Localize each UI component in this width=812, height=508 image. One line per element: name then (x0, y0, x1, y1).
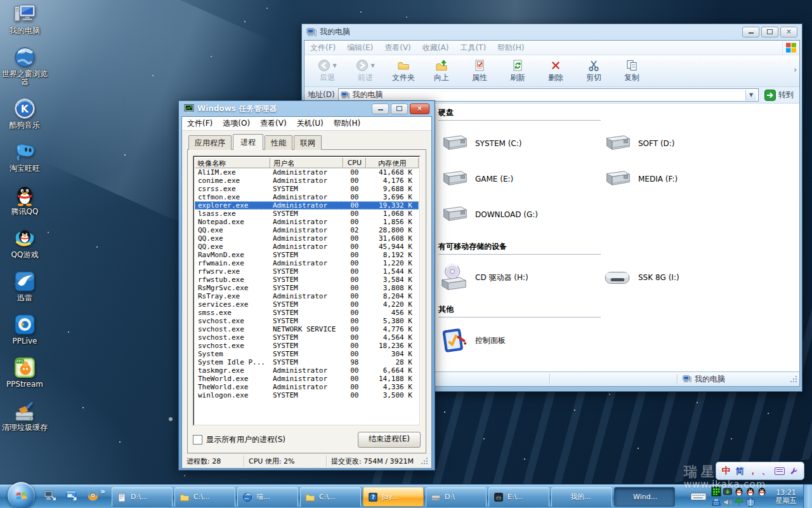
tray-firewall-icon[interactable] (745, 497, 756, 507)
process-row[interactable]: RsTray.exeAdministrator008,204 K (195, 292, 419, 300)
ime-tools-wrench-icon[interactable] (790, 467, 798, 475)
process-row[interactable]: winlogon.exeSYSTEM003,500 K (195, 391, 419, 399)
process-row[interactable]: taskmgr.exeAdministrator006,664 K (195, 366, 419, 375)
desktop-icon-tencent-qq[interactable]: 腾讯QQ (1, 184, 49, 216)
explorer-menu-3[interactable]: 收藏(A) (417, 43, 455, 53)
chevron-down-icon[interactable]: ▼ (370, 63, 374, 69)
process-row[interactable]: Notepad.exeAdministrator001,856 K (195, 218, 419, 226)
desktop-icon-ppstream[interactable]: PPSPPStream (1, 356, 49, 389)
process-row[interactable]: services.exeSYSTEM004,220 K (195, 300, 419, 309)
drive-item[interactable]: SSK 8G (I:) (601, 262, 764, 293)
toolbar-properties-button[interactable]: 属性 (461, 57, 499, 86)
resize-grip[interactable] (789, 376, 798, 385)
tray-qq-small-icon[interactable] (757, 486, 767, 497)
process-row[interactable]: rfwstub.exeSYSTEM003,584 K (195, 276, 419, 284)
process-row[interactable]: QQ.exeAdministrator0228,800 K (195, 226, 419, 234)
taskbar-button-1[interactable]: C:\... (174, 487, 235, 507)
desktop-icon-my-computer[interactable]: 我的电脑 (1, 3, 49, 35)
start-button[interactable] (8, 482, 35, 508)
process-row[interactable]: RsMgrSvc.exeSYSTEM003,808 K (195, 284, 419, 292)
process-row[interactable]: rfwmain.exeAdministrator001,220 K (195, 259, 419, 267)
ime-simplified-mode[interactable]: 简 (735, 465, 743, 477)
taskbar-button-6[interactable]: E:\... (488, 487, 549, 507)
ime-chinese-mode[interactable]: 中 (722, 465, 731, 477)
taskbar-button-0[interactable]: D:\... (112, 487, 173, 507)
explorer-menu-2[interactable]: 查看(V) (379, 43, 417, 53)
drive-item[interactable]: SOFT (D:) (601, 128, 764, 159)
show-desktop-strip[interactable] (803, 485, 812, 508)
toolbar-up-button[interactable]: 向上 (422, 57, 461, 86)
quick-launch-window-switcher-icon[interactable] (65, 489, 78, 502)
column-header-0[interactable]: 映像名称 (195, 157, 270, 168)
process-row[interactable]: lsass.exeSYSTEM001,068 K (195, 210, 419, 218)
drive-item[interactable]: DOWNLOAD (G:) (438, 199, 601, 230)
taskbar-button-4[interactable]: ?Jay... (363, 487, 424, 507)
drive-item[interactable]: GAME (E:) (438, 164, 601, 194)
drive-item[interactable]: MEDIA (F:) (601, 164, 764, 194)
resize-grip[interactable] (420, 458, 429, 467)
process-row[interactable]: svchost.exeSYSTEM004,564 K (195, 333, 419, 342)
tray-cpu-meter-icon[interactable] (711, 486, 721, 497)
process-row[interactable]: AliIM.exeAdministrator0041,668 K (195, 168, 419, 177)
process-row[interactable]: SystemSYSTEM00304 K (195, 350, 419, 358)
address-input[interactable]: 我的电脑 ▼ (338, 88, 759, 102)
desktop-icon-taobao-wangwang[interactable]: 淘宝旺旺 (1, 140, 49, 173)
taskmgr-menu-2[interactable]: 查看(V) (255, 118, 292, 129)
tab-性能[interactable]: 性能 (265, 135, 292, 150)
toolbar-refresh-button[interactable]: 刷新 (499, 57, 537, 86)
process-row[interactable]: ctfmon.exeAdministrator003,696 K (195, 193, 419, 201)
tray-downloader-icon[interactable] (723, 486, 733, 497)
tray-qq-small-icon[interactable] (745, 486, 756, 497)
tray-volume-icon[interactable] (723, 497, 733, 507)
drive-item[interactable]: SYSTEM (C:) (438, 128, 601, 159)
toolbar-copy-button[interactable]: 复制 (613, 57, 651, 86)
process-row[interactable]: QQ.exeAdministrator0045,944 K (195, 243, 419, 251)
maximize-button[interactable] (391, 104, 408, 114)
desktop-icon-theworld-browser[interactable]: 世界之窗浏览器 (1, 46, 49, 86)
process-row[interactable]: rfwsrv.exeSYSTEM001,544 K (195, 267, 419, 276)
tab-联网[interactable]: 联网 (294, 135, 322, 150)
maximize-button[interactable] (761, 27, 778, 37)
process-row[interactable]: TheWorld.exeAdministrator0014,188 K (195, 375, 419, 383)
taskmgr-menu-3[interactable]: 关机(U) (292, 118, 329, 129)
tray-ime-pad-icon[interactable] (711, 497, 721, 507)
taskbar-button-7[interactable]: 我的... (551, 487, 612, 507)
quick-launch-media-player-icon[interactable] (86, 489, 100, 502)
taskmgr-menu-4[interactable]: 帮助(H) (329, 118, 365, 129)
taskbar-button-2[interactable]: 瑞... (237, 487, 298, 507)
process-row[interactable]: svchost.exeSYSTEM0018,236 K (195, 342, 419, 350)
desktop-icon-pplive[interactable]: PPLive (1, 313, 49, 345)
minimize-button[interactable] (372, 104, 389, 114)
minimize-button[interactable] (742, 27, 759, 37)
process-row[interactable]: svchost.exeNETWORK SERVICE004,776 K (195, 325, 419, 333)
process-row[interactable]: QQ.exeAdministrator0031,608 K (195, 234, 419, 243)
toolbar-folders-button[interactable]: 文件夹 (384, 57, 422, 86)
desktop-icon-clean-cache[interactable]: 清理垃圾缓存 (1, 399, 49, 432)
chevron-down-icon[interactable]: ▼ (332, 63, 336, 69)
toolbar-back-button[interactable]: ▼后退 (308, 57, 346, 86)
desktop-icon-xunlei[interactable]: 迅雷 (1, 270, 49, 302)
taskbar-button-8[interactable]: Wind... (614, 487, 675, 507)
ime-punctuation-alt[interactable]: 、 (762, 465, 770, 477)
column-header-3[interactable]: 内存使用 (366, 157, 419, 168)
process-row[interactable]: System Idle P...SYSTEM9828 K (195, 358, 419, 366)
explorer-menu-1[interactable]: 编辑(E) (341, 43, 379, 53)
column-header-1[interactable]: 用户名 (270, 157, 343, 168)
taskbar-clock[interactable]: 13:21 星期五 (771, 488, 801, 505)
close-button[interactable]: × (780, 27, 797, 37)
process-row[interactable]: RavMonD.exeSYSTEM008,192 K (195, 251, 419, 259)
taskmgr-menu-1[interactable]: 选项(O) (218, 118, 255, 129)
explorer-menu-5[interactable]: 帮助(H) (492, 43, 530, 53)
show-all-users-checkbox[interactable] (193, 435, 202, 444)
desktop[interactable]: 我的电脑世界之窗浏览器K酷狗音乐淘宝旺旺腾讯QQQQ游戏迅雷PPLivePPSP… (0, 0, 812, 508)
drive-item[interactable]: CD 驱动器 (H:) (438, 262, 601, 293)
column-header-2[interactable]: CPU (343, 157, 366, 168)
end-process-button[interactable]: 结束进程(E) (358, 432, 421, 448)
process-row[interactable]: csrss.exeSYSTEM009,688 K (195, 185, 419, 193)
process-row[interactable]: smss.exeSYSTEM00456 K (195, 309, 419, 317)
address-dropdown-button[interactable]: ▼ (745, 90, 756, 100)
explorer-titlebar[interactable]: 我的电脑 × (304, 24, 800, 40)
ime-punctuation[interactable]: ， (749, 465, 757, 477)
taskbar-button-5[interactable]: D:\ (426, 487, 487, 507)
toolbar-forward-button[interactable]: ▼前进 (346, 57, 384, 86)
